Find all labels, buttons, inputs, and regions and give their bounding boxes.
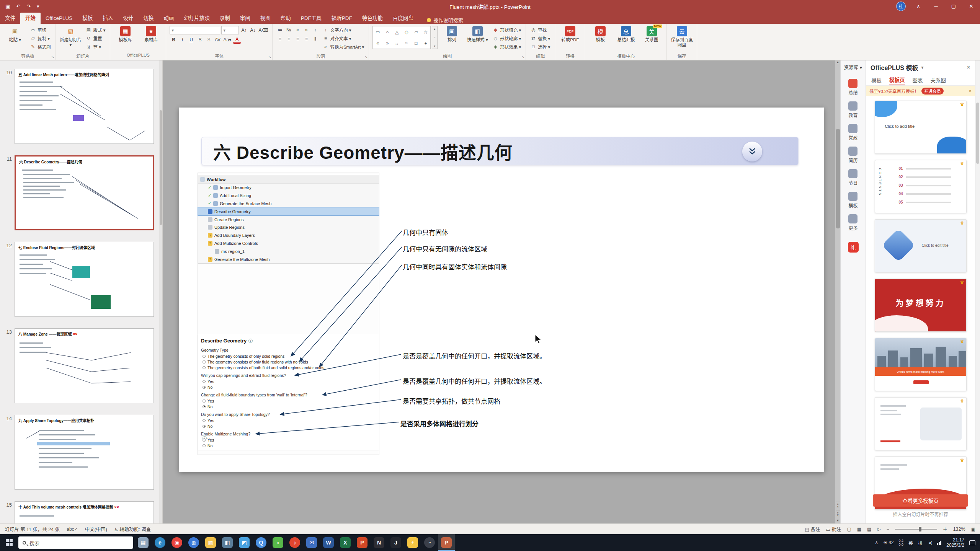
zoom-out-icon[interactable]: −	[887, 527, 889, 532]
slideshow-view-icon[interactable]: ▷	[877, 527, 880, 532]
scroll-down-icon[interactable]: ▼	[836, 518, 840, 523]
grow-font-icon[interactable]: A↑	[240, 26, 248, 34]
ribbon-tab-features[interactable]: 特色功能	[357, 13, 388, 24]
notes-button[interactable]: ▤ 备注	[805, 525, 820, 533]
task-view-taskbar-button[interactable]: ▦	[135, 534, 152, 551]
workflow-item[interactable]: Create Regions	[198, 215, 379, 223]
columns-icon[interactable]: ‖	[311, 35, 319, 43]
language-indicator[interactable]: 英	[908, 540, 913, 546]
shape-4-icon[interactable]: ▱	[414, 29, 418, 35]
zoom-in-icon[interactable]: ＋	[943, 526, 947, 532]
dialog-launcher-icon[interactable]: ↘	[365, 55, 368, 59]
format-painter-button[interactable]: ✎格式刷	[29, 43, 52, 51]
zoom-level[interactable]: 132%	[953, 527, 965, 532]
radio-option[interactable]: No	[201, 423, 376, 429]
smartart-button[interactable]: »转换为SmartArt ▾	[322, 43, 365, 51]
resource-item-模板[interactable]: 模板	[848, 192, 858, 209]
slide-title-banner[interactable]: 六 Describe Geometry——描述几何	[201, 137, 799, 165]
tell-me-search[interactable]: 操作说明搜索	[427, 16, 463, 24]
ribbon-tab-baidu-netdisk[interactable]: 百度网盘	[388, 13, 418, 24]
panel-tab-关系图[interactable]: 关系图	[931, 76, 946, 84]
volume-icon[interactable]: ◄)	[928, 541, 932, 545]
powerpoint-active-taskbar-button[interactable]: P	[438, 534, 455, 551]
save-icon[interactable]: ▣	[5, 3, 10, 9]
bullets-icon[interactable]: ≔	[276, 26, 284, 34]
scroll-up-icon[interactable]: ▲	[836, 60, 840, 64]
resource-sidebar-header[interactable]: 资源库 ▾	[844, 64, 862, 71]
decrease-indent-icon[interactable]: «	[294, 26, 301, 34]
font-name-box[interactable]: ▾	[170, 26, 220, 34]
radio-option[interactable]: The geometry consists of only solid regi…	[201, 353, 376, 359]
template-card-3[interactable]: ♛Click to edit title	[875, 219, 967, 272]
slide-sorter-view-icon[interactable]: ▦	[857, 527, 861, 532]
edge-taskbar-button[interactable]: e	[152, 534, 168, 551]
browser-taskbar-button[interactable]: ◍	[185, 534, 202, 551]
radio-option[interactable]: Yes	[201, 378, 376, 384]
radio-option[interactable]: No	[201, 384, 376, 390]
thumbnail-panel-scrollbar[interactable]	[159, 60, 162, 523]
pdf-button[interactable]: PDF转成PDF	[559, 26, 581, 42]
shape-3-icon[interactable]: ◇	[405, 29, 408, 35]
shape-10-icon[interactable]: □	[415, 41, 417, 46]
shape-outline-button[interactable]: ◇形状轮廓 ▾	[492, 34, 522, 42]
resource-item-党政[interactable]: 党政	[848, 124, 858, 141]
redo-icon[interactable]: ↷	[26, 3, 31, 9]
slide-thumbnail-11[interactable]: 六 Describe Geometry——描述几何	[15, 155, 154, 230]
zoom-slider[interactable]	[895, 529, 937, 530]
template-card-1[interactable]: ♛Click to add title	[875, 101, 967, 154]
ribbon-tab-pdf-tools[interactable]: PDF工具	[296, 13, 327, 24]
start-button[interactable]	[0, 534, 18, 551]
powerpoint-taskbar-button[interactable]: P	[354, 534, 371, 551]
chrome-taskbar-button[interactable]: ◉	[168, 534, 185, 551]
radio-option[interactable]: The geometry consists of only fluid regi…	[201, 359, 376, 365]
font-color-icon[interactable]: A	[233, 36, 241, 44]
shape-7-icon[interactable]: »	[386, 41, 389, 46]
section-button[interactable]: §节 ▾	[85, 43, 107, 51]
language-indicator[interactable]: 中文(中国)	[85, 525, 107, 533]
template-library-button[interactable]: ▦模板库	[114, 26, 137, 42]
reset-button[interactable]: ↺重置	[85, 34, 107, 42]
notification-center-icon[interactable]	[969, 540, 975, 545]
workflow-item[interactable]: ?Add Boundary Layers	[198, 231, 379, 240]
radio-option[interactable]: No	[201, 443, 376, 448]
shape-11-icon[interactable]: ●	[424, 41, 427, 46]
promo-close-icon[interactable]: ×	[969, 88, 972, 94]
lightning-taskbar-button[interactable]: ⚡	[404, 534, 421, 551]
baidu-netdisk-button[interactable]: 云保存到百度网盘	[670, 26, 693, 47]
find-button[interactable]: ◎查找	[529, 26, 551, 34]
strikethrough-icon[interactable]: S	[196, 36, 204, 44]
shape-effects-button[interactable]: ◈形状效果 ▾	[492, 43, 522, 51]
shape-8-icon[interactable]: ↔	[395, 41, 399, 46]
panel-tab-模板页[interactable]: 模板页	[889, 74, 905, 85]
underline-icon[interactable]: U	[187, 36, 195, 44]
line-spacing-icon[interactable]: ↕	[311, 26, 319, 34]
gallery-more-icon[interactable]: ≡	[434, 36, 436, 39]
text-direction-button[interactable]: ↕文字方向 ▾	[322, 26, 365, 34]
current-slide[interactable]: 六 Describe Geometry——描述几何 Workflow ✓I	[179, 108, 824, 472]
spellcheck-icon[interactable]: abc✓	[67, 527, 78, 532]
copy-button[interactable]: ▱复制 ▾	[29, 34, 52, 42]
app-dark-taskbar-button[interactable]: N	[371, 534, 387, 551]
arrange-button[interactable]: ▣排列	[440, 26, 463, 42]
align-center-icon[interactable]: ≡	[286, 35, 292, 43]
music-taskbar-button[interactable]: ♪	[286, 534, 303, 551]
close-button[interactable]: ✕	[962, 0, 980, 13]
align-right-icon[interactable]: ≡	[294, 35, 301, 43]
wechat-taskbar-button[interactable]: ◖	[270, 534, 286, 551]
workflow-item[interactable]: ✓Import Geometry	[198, 184, 379, 192]
shape-gallery-box[interactable]: ▭○△◇▱☆«»↔≈□●	[372, 26, 431, 49]
word-taskbar-button[interactable]: W	[320, 534, 337, 551]
workflow-item[interactable]: ✓Add Local Sizing	[198, 192, 379, 200]
dialog-launcher-icon[interactable]: ↘	[268, 55, 271, 59]
next-slide-button[interactable]: ∨∨	[836, 510, 840, 516]
ribbon-tab-foxit-pdf[interactable]: 福昕PDF	[327, 13, 357, 24]
shape-6-icon[interactable]: «	[376, 41, 379, 46]
panel-scrollbar[interactable]	[975, 60, 980, 523]
shape-fill-button[interactable]: ◆形状填充 ▾	[492, 26, 522, 34]
new-slide-button[interactable]: ▧新建幻灯片 ▾	[59, 26, 82, 47]
resource-item-节日[interactable]: 节日	[848, 169, 858, 186]
chevron-down-icon[interactable]: ▼	[920, 65, 924, 70]
slide-thumbnail-14[interactable]: 九 Apply Share Topology——应用共享拓扑	[15, 415, 154, 490]
resource-item-简历[interactable]: 简历	[848, 147, 858, 163]
previous-slide-button[interactable]: ∧∧	[836, 502, 840, 508]
